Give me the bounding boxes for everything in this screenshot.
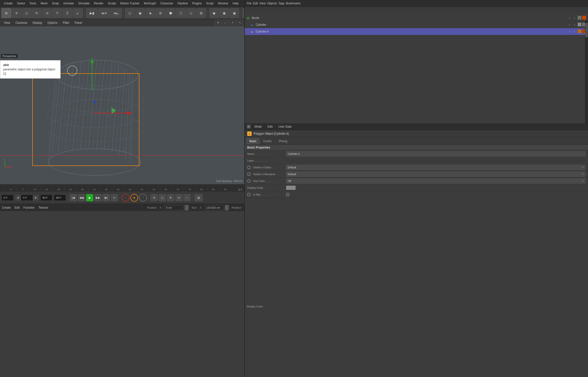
ffd-btn[interactable]: ◉: [219, 8, 229, 18]
xray-checkbox[interactable]: [286, 193, 289, 196]
cylinder-btn[interactable]: ⊚: [156, 8, 165, 18]
menu-simulate[interactable]: Simulate: [76, 1, 92, 6]
menu-plugins[interactable]: Plugins: [190, 1, 204, 6]
vm-view[interactable]: View: [1, 20, 13, 25]
menu-tools[interactable]: Tools: [27, 1, 38, 6]
x-pos-spinner[interactable]: ⬨: [185, 205, 189, 210]
menu-window[interactable]: Window: [216, 1, 230, 6]
frame-plus-btn[interactable]: ▶: [34, 195, 38, 200]
cyl-vis-icon[interactable]: ✓: [567, 23, 572, 27]
mode-btn-corner[interactable]: ↙: [73, 8, 83, 18]
step-fwd-btn[interactable]: ▶▶: [94, 194, 102, 201]
vm-options[interactable]: Options: [45, 20, 60, 25]
rmenu-view[interactable]: View: [259, 2, 266, 5]
move-kf-btn[interactable]: ✛: [150, 194, 158, 201]
x-size-spinner[interactable]: ⬨: [225, 205, 229, 210]
right-scrollbar[interactable]: [585, 20, 588, 130]
rmenu-tags[interactable]: Tags: [279, 2, 284, 5]
record-btn[interactable]: ●: [122, 194, 129, 202]
prop-value-layer[interactable]: [286, 158, 586, 163]
menu-snap[interactable]: Snap: [50, 1, 61, 6]
dots-btn[interactable]: ⋯: [183, 194, 191, 201]
boole-checkered-2[interactable]: [582, 16, 586, 20]
bb-function[interactable]: Function: [23, 206, 35, 209]
mode-btn-1[interactable]: ⊲: [42, 8, 52, 18]
play-btn[interactable]: ▶: [86, 194, 93, 201]
vm-display[interactable]: Display: [30, 20, 44, 25]
boole-btn[interactable]: ⊞: [196, 8, 206, 18]
right-scrollbar-thumb[interactable]: [585, 23, 588, 37]
menu-pipeline[interactable]: Pipeline: [175, 1, 190, 6]
sphere-btn[interactable]: ◉: [135, 8, 145, 18]
menu-help[interactable]: Help: [231, 1, 241, 6]
render-region-btn[interactable]: ⏮◻: [110, 8, 122, 18]
rmenu-edit[interactable]: Edit: [253, 2, 258, 5]
vm-filter[interactable]: Filter: [60, 20, 72, 25]
x-pos-value[interactable]: 0 cm: [164, 205, 184, 210]
loop-btn[interactable]: ↩: [111, 194, 118, 201]
menu-motion-tracker[interactable]: Motion Tracker: [118, 1, 141, 6]
tab-phong[interactable]: Phong: [276, 138, 290, 144]
move-tool-btn[interactable]: ✛: [12, 8, 21, 18]
power-kf-btn[interactable]: ⊙: [175, 194, 182, 201]
torus-btn[interactable]: ⬟: [166, 8, 175, 18]
select-tool-btn[interactable]: ⊕: [1, 8, 11, 18]
mode-btn-y[interactable]: Y: [52, 8, 62, 18]
mode-btn-z[interactable]: Z: [63, 8, 72, 18]
prop-dropdown-use-color[interactable]: Off ▼: [286, 178, 586, 184]
box-tool-btn[interactable]: ◻: [22, 8, 32, 18]
viewport[interactable]: X Y Perspective able parametric object i…: [0, 26, 244, 184]
menu-script[interactable]: Script: [204, 1, 215, 6]
cyl4-lock-icon[interactable]: ✓: [573, 29, 577, 34]
step-back-btn[interactable]: ◀◀: [78, 194, 85, 201]
viewport-nav-1[interactable]: ✛: [215, 20, 221, 26]
vm-panel[interactable]: Panel: [72, 20, 85, 25]
menu-create[interactable]: Create: [2, 1, 14, 6]
boole-vis-icon[interactable]: ✓: [567, 16, 572, 20]
vm-cameras[interactable]: Cameras: [13, 20, 30, 25]
menu-character[interactable]: Character: [158, 1, 175, 6]
spline-btn[interactable]: ◉: [209, 8, 219, 18]
viewport-nav-3[interactable]: ↗: [229, 20, 236, 26]
menu-select[interactable]: Select: [15, 1, 27, 6]
menu-mesh[interactable]: Mesh: [39, 1, 49, 6]
bb-texture[interactable]: Texture: [39, 206, 48, 209]
go-start-btn[interactable]: |◀: [69, 194, 77, 201]
display-color-swatch[interactable]: [286, 186, 296, 190]
bb-edit[interactable]: Edit: [14, 206, 20, 209]
camera-btn[interactable]: ◉: [229, 8, 239, 18]
prop-value-name[interactable]: Cylinder.4: [286, 151, 586, 156]
tree-item-cylinder4[interactable]: ▲ Cylinder.4 ✓ ✓: [245, 28, 588, 35]
rmenu-bookmarks[interactable]: Bookmarks: [286, 2, 301, 5]
max-frame-display[interactable]: 90 F: [54, 195, 66, 201]
plane-btn[interactable]: ◇: [186, 8, 196, 18]
timeline-btn[interactable]: ▤: [194, 194, 203, 201]
rmenu-file[interactable]: File: [247, 2, 251, 5]
end-frame-display[interactable]: 90 F: [40, 195, 52, 201]
render-to-picture-btn[interactable]: ⏭▮: [98, 8, 110, 18]
keyframe-btn[interactable]: ?: [139, 194, 147, 202]
viewport-nav-4[interactable]: ⤡: [237, 20, 243, 26]
prop-dropdown-visible-editor[interactable]: Default ▼: [286, 165, 586, 170]
cyl4-vis-icon[interactable]: ✓: [567, 29, 572, 34]
auto-key-btn[interactable]: ◆: [130, 194, 138, 202]
start-frame-display[interactable]: 0 F: [1, 195, 13, 201]
menu-animate[interactable]: Animate: [61, 1, 76, 6]
cone-btn[interactable]: ◈: [146, 8, 155, 18]
cube-btn[interactable]: ◻: [125, 8, 135, 18]
frame-minus-btn[interactable]: ◀: [15, 195, 20, 200]
tab-coord[interactable]: Coord.: [260, 138, 275, 144]
rotate-tool-btn[interactable]: ↻: [32, 8, 42, 18]
tree-item-cylinder[interactable]: ▲ Cylinder ✓ ✓: [245, 21, 588, 28]
cyl-lock-icon[interactable]: ✓: [573, 23, 577, 27]
bb-create[interactable]: Create: [2, 206, 11, 209]
boole-lock-icon[interactable]: ✓: [573, 16, 577, 20]
pmb-user-data[interactable]: User Data: [277, 124, 294, 129]
rotate-kf-btn[interactable]: ↻: [167, 194, 174, 201]
render-active-btn[interactable]: ▶▮: [86, 8, 98, 18]
pmb-mode[interactable]: Mode: [253, 124, 264, 129]
disc-btn[interactable]: ⬡: [176, 8, 186, 18]
x-size-value[interactable]: 119.653 cm: [204, 205, 224, 210]
menu-mograph[interactable]: MoGraph: [142, 1, 158, 6]
rmenu-objects[interactable]: Objects: [267, 2, 277, 5]
